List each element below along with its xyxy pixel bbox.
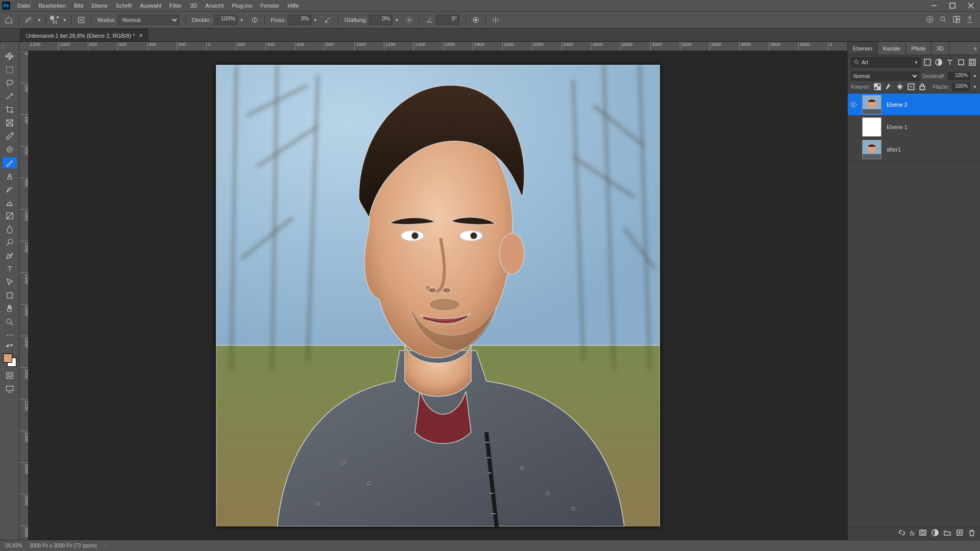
layer-name[interactable]: after1	[885, 146, 977, 153]
menu-filter[interactable]: Filter	[165, 3, 186, 9]
move-tool[interactable]	[3, 51, 17, 62]
canvas-viewport[interactable]	[29, 51, 847, 540]
menu-schrift[interactable]: Schrift	[112, 3, 136, 9]
blend-mode-select[interactable]: Normal	[118, 15, 179, 25]
status-arrow[interactable]: 〉	[104, 542, 109, 549]
menu-ebene[interactable]: Ebene	[87, 3, 112, 9]
layer-opacity-value[interactable]: 100%	[948, 72, 970, 80]
layer-opacity-dropdown[interactable]: ▼	[973, 74, 977, 79]
visibility-toggle[interactable]	[848, 101, 859, 109]
delete-layer-icon[interactable]	[968, 529, 976, 538]
clone-stamp-tool[interactable]	[3, 170, 17, 182]
document-tab[interactable]: Unbenannt-1 bei 28,8% (Ebene 2, RGB/8) *…	[20, 29, 148, 41]
gradient-tool[interactable]	[3, 210, 17, 221]
close-button[interactable]	[962, 0, 980, 11]
swap-default-swatch[interactable]: ◢ ⇄	[6, 343, 13, 347]
lock-pixels-icon[interactable]	[885, 83, 893, 91]
angle-value[interactable]: 0°	[436, 15, 459, 25]
dodge-tool[interactable]	[3, 237, 17, 248]
cloud-docs-icon[interactable]	[926, 15, 934, 24]
layer-fill-value[interactable]: 100%	[952, 83, 970, 91]
link-layers-icon[interactable]	[898, 529, 906, 538]
symmetry-button[interactable]	[490, 14, 501, 26]
layer-name[interactable]: Ebene 2	[885, 102, 977, 108]
color-swatches[interactable]	[2, 353, 17, 368]
smoothing-options-button[interactable]	[404, 14, 415, 26]
airbrush-button[interactable]	[323, 14, 334, 26]
search-icon[interactable]	[939, 15, 947, 24]
horizontal-ruler[interactable]: 1200100080060040020002004006008001000120…	[29, 42, 847, 51]
foreground-swatch[interactable]	[3, 354, 12, 363]
smoothing-value[interactable]: 0%	[369, 15, 393, 25]
brush-tool[interactable]	[3, 157, 17, 168]
hand-tool[interactable]	[3, 303, 17, 314]
brush-preset-dropdown[interactable]: ▼	[63, 18, 67, 22]
menu-fenster[interactable]: Fenster	[256, 3, 283, 9]
tab-pfade[interactable]: Pfade	[906, 42, 932, 55]
lock-transparent-icon[interactable]	[873, 83, 881, 91]
lock-artboard-icon[interactable]	[907, 83, 915, 91]
flow-dropdown[interactable]: ▼	[313, 18, 317, 22]
crop-tool[interactable]	[3, 104, 17, 115]
healing-brush-tool[interactable]	[3, 144, 17, 155]
layer-row[interactable]: Ebene 2	[848, 93, 980, 116]
maximize-button[interactable]	[943, 0, 962, 11]
vertical-ruler[interactable]: 0200400600800100012001400160018002000220…	[19, 51, 29, 540]
adjustment-layer-icon[interactable]	[931, 529, 939, 538]
home-button[interactable]	[3, 14, 14, 26]
screenmode-tool[interactable]	[3, 383, 17, 394]
eyedropper-tool[interactable]	[3, 131, 17, 142]
filter-type-icon[interactable]	[945, 58, 954, 67]
brush-preset-picker[interactable]: ▼ 51	[50, 16, 60, 24]
layer-name[interactable]: Ebene 1	[885, 124, 977, 130]
panel-menu-icon[interactable]: ≡	[971, 42, 980, 55]
layer-fx-icon[interactable]: fx	[910, 530, 915, 537]
lock-all-icon[interactable]	[918, 83, 926, 91]
pen-tool[interactable]	[3, 250, 17, 261]
lasso-tool[interactable]	[3, 78, 17, 89]
menu-plugins[interactable]: Plug-ins	[228, 3, 256, 9]
layer-thumbnail[interactable]	[862, 140, 881, 159]
layer-filter-select[interactable]: Art ▼	[851, 57, 921, 67]
document-canvas[interactable]	[216, 65, 660, 527]
zoom-tool[interactable]	[3, 316, 17, 328]
layer-thumbnail[interactable]	[862, 95, 881, 114]
tab-3d[interactable]: 3D	[932, 42, 949, 55]
more-tools[interactable]: ⋯	[3, 330, 17, 341]
filter-adjust-icon[interactable]	[934, 58, 943, 67]
lock-position-icon[interactable]	[896, 83, 904, 91]
workspace-icon[interactable]	[952, 15, 961, 24]
menu-ansicht[interactable]: Ansicht	[201, 3, 228, 9]
group-layers-icon[interactable]	[943, 529, 951, 538]
minimize-button[interactable]	[925, 0, 943, 11]
tool-preset-dropdown[interactable]: ▼	[37, 18, 41, 22]
blur-tool[interactable]	[3, 223, 17, 235]
collapse-toolbox[interactable]: »	[0, 44, 4, 49]
menu-datei[interactable]: Datei	[13, 3, 35, 9]
layer-blend-mode-select[interactable]: Normal	[851, 71, 919, 81]
marquee-tool[interactable]	[3, 64, 17, 76]
tool-preset-icon[interactable]	[23, 14, 34, 26]
close-tab-icon[interactable]: ×	[139, 32, 142, 39]
filter-pixel-icon[interactable]	[923, 58, 932, 67]
menu-bearbeiten[interactable]: Bearbeiten	[35, 3, 70, 9]
history-brush-tool[interactable]	[3, 184, 17, 195]
frame-tool[interactable]	[3, 117, 17, 129]
menu-hilfe[interactable]: Hilfe	[283, 3, 303, 9]
menu-bild[interactable]: Bild	[70, 3, 87, 9]
type-tool[interactable]	[3, 263, 17, 274]
new-layer-icon[interactable]	[955, 529, 964, 538]
layer-fill-dropdown[interactable]: ▼	[973, 85, 977, 89]
pressure-opacity-button[interactable]	[249, 14, 260, 26]
filter-shape-icon[interactable]	[957, 58, 966, 67]
zoom-readout[interactable]: 28,83%	[5, 543, 22, 548]
opacity-value[interactable]: 100%	[214, 15, 238, 25]
path-select-tool[interactable]	[3, 277, 17, 288]
tab-ebenen[interactable]: Ebenen	[848, 42, 878, 55]
menu-3d[interactable]: 3D	[186, 3, 201, 9]
eraser-tool[interactable]	[3, 197, 17, 208]
magic-wand-tool[interactable]	[3, 91, 17, 102]
opacity-dropdown[interactable]: ▼	[240, 18, 244, 22]
filter-smart-icon[interactable]	[968, 58, 977, 67]
tab-kanaele[interactable]: Kanäle	[878, 42, 906, 55]
